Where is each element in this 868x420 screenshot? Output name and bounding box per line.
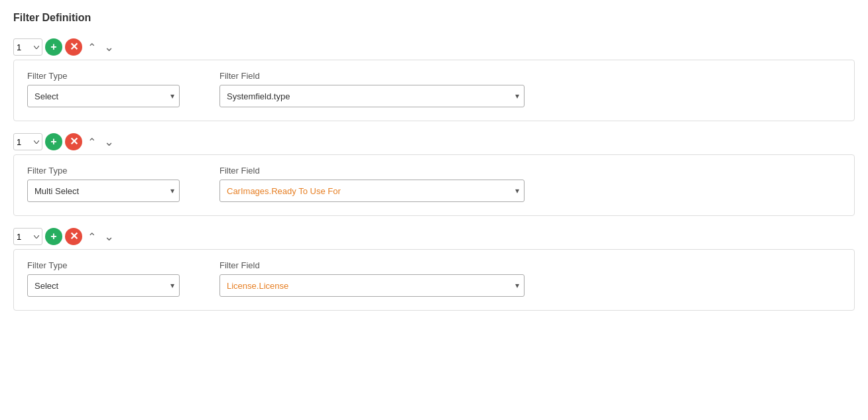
move-up-button-3[interactable]: ⌃ — [85, 229, 99, 244]
add-filter-button-1[interactable]: + — [45, 38, 62, 56]
filter-block-1: 1+✕⌃⌄Filter TypeSelectMulti SelectRangeT… — [13, 34, 855, 121]
move-down-button-2[interactable]: ⌄ — [101, 133, 117, 150]
filter-type-select-1[interactable]: SelectMulti SelectRangeText — [27, 85, 180, 107]
remove-filter-button-3[interactable]: ✕ — [65, 228, 82, 245]
filter-card-3: Filter TypeSelectMulti SelectRangeText▾F… — [13, 249, 855, 311]
filter-toolbar-2: 1+✕⌃⌄ — [13, 129, 855, 154]
page-title: Filter Definition — [13, 12, 855, 24]
remove-filter-button-1[interactable]: ✕ — [65, 38, 82, 56]
filter-field-dropdown-wrap-1: Systemfield.typeCarImages.Ready To Use F… — [219, 85, 525, 107]
remove-filter-button-2[interactable]: ✕ — [65, 133, 82, 150]
filter-field-label-3: Filter Field — [219, 260, 525, 270]
filter-field-select-1[interactable]: Systemfield.typeCarImages.Ready To Use F… — [219, 85, 525, 107]
filter-field-dropdown-wrap-2: Systemfield.typeCarImages.Ready To Use F… — [219, 180, 525, 202]
number-select-1[interactable]: 1 — [13, 38, 42, 56]
filter-type-select-2[interactable]: SelectMulti SelectRangeText — [27, 180, 180, 202]
filter-field-select-2[interactable]: Systemfield.typeCarImages.Ready To Use F… — [219, 180, 525, 202]
move-down-button-1[interactable]: ⌄ — [101, 38, 117, 56]
filter-type-label-2: Filter Type — [27, 166, 180, 176]
filter-type-label-3: Filter Type — [27, 260, 180, 270]
filter-card-1: Filter TypeSelectMulti SelectRangeText▾F… — [13, 60, 855, 121]
filter-field-group-2: Filter FieldSystemfield.typeCarImages.Re… — [219, 166, 525, 202]
filter-card-2: Filter TypeSelectMulti SelectRangeText▾F… — [13, 154, 855, 216]
filter-field-group-1: Filter FieldSystemfield.typeCarImages.Re… — [219, 71, 525, 107]
add-filter-button-2[interactable]: + — [45, 133, 62, 150]
filter-type-dropdown-wrap-1: SelectMulti SelectRangeText▾ — [27, 85, 180, 107]
filter-field-dropdown-wrap-3: Systemfield.typeCarImages.Ready To Use F… — [219, 274, 525, 297]
filter-type-group-2: Filter TypeSelectMulti SelectRangeText▾ — [27, 166, 180, 202]
filter-field-group-3: Filter FieldSystemfield.typeCarImages.Re… — [219, 260, 525, 297]
filter-type-group-1: Filter TypeSelectMulti SelectRangeText▾ — [27, 71, 180, 107]
filter-block-3: 1+✕⌃⌄Filter TypeSelectMulti SelectRangeT… — [13, 224, 855, 311]
filter-type-group-3: Filter TypeSelectMulti SelectRangeText▾ — [27, 260, 180, 297]
filter-type-dropdown-wrap-2: SelectMulti SelectRangeText▾ — [27, 180, 180, 202]
filter-toolbar-1: 1+✕⌃⌄ — [13, 34, 855, 60]
move-up-button-2[interactable]: ⌃ — [85, 134, 99, 150]
filter-block-2: 1+✕⌃⌄Filter TypeSelectMulti SelectRangeT… — [13, 129, 855, 216]
move-down-button-3[interactable]: ⌄ — [101, 228, 117, 245]
filter-toolbar-3: 1+✕⌃⌄ — [13, 224, 855, 249]
filter-field-label-1: Filter Field — [219, 71, 525, 81]
number-select-2[interactable]: 1 — [13, 133, 42, 150]
add-filter-button-3[interactable]: + — [45, 228, 62, 245]
filter-field-select-3[interactable]: Systemfield.typeCarImages.Ready To Use F… — [219, 274, 525, 297]
number-select-3[interactable]: 1 — [13, 228, 42, 245]
filter-type-select-3[interactable]: SelectMulti SelectRangeText — [27, 274, 180, 297]
filter-type-label-1: Filter Type — [27, 71, 180, 81]
filter-field-label-2: Filter Field — [219, 166, 525, 176]
filter-type-dropdown-wrap-3: SelectMulti SelectRangeText▾ — [27, 274, 180, 297]
move-up-button-1[interactable]: ⌃ — [85, 40, 99, 55]
